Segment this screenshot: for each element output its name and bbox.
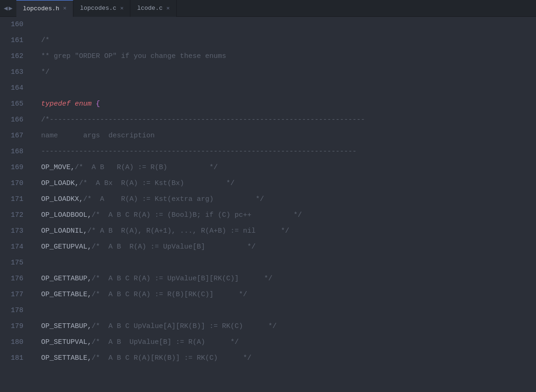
line-number: 177	[0, 287, 33, 303]
code-line: 161 /*	[0, 33, 536, 49]
tab-label-lcode-c: lcode.c	[137, 5, 163, 12]
line-number: 168	[0, 144, 33, 160]
line-content: name args description	[33, 128, 155, 144]
line-number: 181	[0, 350, 33, 366]
line-content: OP_MOVE,/* A B R(A) := R(B) */	[33, 160, 218, 176]
code-line: 177 OP_GETTABLE,/* A B C R(A) := R(B)[RK…	[0, 287, 536, 303]
line-content: OP_LOADK,/* A Bx R(A) := Kst(Bx) */	[33, 176, 235, 192]
tab-lopcodes-h[interactable]: lopcodes.h ✕	[16, 0, 73, 17]
code-line: 167 name args description	[0, 128, 536, 144]
tab-close-lopcodes-h[interactable]: ✕	[63, 6, 66, 11]
line-content: OP_SETUPVAL,/* A B UpValue[B] := R(A) */	[33, 335, 239, 350]
line-number: 170	[0, 176, 33, 192]
line-number: 160	[0, 17, 33, 33]
code-line: 173 OP_LOADNIL,/* A B R(A), R(A+1), ...,…	[0, 223, 536, 239]
tab-lcode-c[interactable]: lcode.c ✕	[130, 0, 177, 17]
code-line: 165 typedef enum {	[0, 96, 536, 112]
code-line: 181 OP_SETTABLE,/* A B C R(A)[RK(B)] := …	[0, 350, 536, 366]
code-line: 179 OP_SETTABUP,/* A B C UpValue[A][RK(B…	[0, 319, 536, 335]
line-number: 171	[0, 192, 33, 207]
code-line: 178	[0, 303, 536, 319]
code-line: 160	[0, 17, 536, 33]
line-content: ----------------------------------------…	[33, 144, 357, 160]
line-number: 163	[0, 64, 33, 80]
line-content: /*--------------------------------------…	[33, 112, 365, 128]
tab-label-lopcodes-h: lopcodes.h	[23, 5, 59, 12]
code-line: 170 OP_LOADK,/* A Bx R(A) := Kst(Bx) */	[0, 176, 536, 192]
line-number: 174	[0, 239, 33, 255]
code-line: 166 /*----------------------------------…	[0, 112, 536, 128]
line-number: 165	[0, 96, 33, 112]
line-content: OP_SETTABLE,/* A B C R(A)[RK(B)] := RK(C…	[33, 350, 251, 366]
code-line: 176 OP_GETTABUP,/* A B C R(A) := UpValue…	[0, 271, 536, 287]
line-content: OP_GETTABUP,/* A B C R(A) := UpValue[B][…	[33, 271, 272, 287]
line-content: OP_GETUPVAL,/* A B R(A) := UpValue[B] */	[33, 239, 256, 255]
line-content: OP_GETTABLE,/* A B C R(A) := R(B)[RK(C)]…	[33, 287, 247, 303]
line-number: 173	[0, 223, 33, 239]
code-line: 163 */	[0, 64, 536, 80]
line-content: OP_LOADKX,/* A R(A) := Kst(extra arg) */	[33, 192, 264, 207]
line-number: 172	[0, 207, 33, 223]
line-number: 162	[0, 49, 33, 64]
code-area: 160 161 /* 162 ** grep "ORDER OP" if you…	[0, 17, 536, 392]
tab-bar: ◀ ▶ lopcodes.h ✕ lopcodes.c ✕ lcode.c ✕	[0, 0, 536, 17]
line-number: 161	[0, 33, 33, 49]
line-number: 179	[0, 319, 33, 335]
nav-arrows[interactable]: ◀ ▶	[0, 4, 16, 12]
line-number: 178	[0, 303, 33, 319]
line-number: 180	[0, 335, 33, 350]
code-line: 172 OP_LOADBOOL,/* A B C R(A) := (Bool)B…	[0, 207, 536, 223]
line-number: 176	[0, 271, 33, 287]
code-line: 169 OP_MOVE,/* A B R(A) := R(B) */	[0, 160, 536, 176]
tab-label-lopcodes-c: lopcodes.c	[80, 5, 116, 12]
code-line: 180 OP_SETUPVAL,/* A B UpValue[B] := R(A…	[0, 335, 536, 350]
code-line: 162 ** grep "ORDER OP" if you change the…	[0, 49, 536, 64]
line-number: 169	[0, 160, 33, 176]
code-line: 174 OP_GETUPVAL,/* A B R(A) := UpValue[B…	[0, 239, 536, 255]
line-content: OP_LOADNIL,/* A B R(A), R(A+1), ..., R(A…	[33, 223, 289, 239]
line-content: /*	[33, 33, 50, 49]
line-content: */	[33, 64, 50, 80]
code-line: 164	[0, 80, 536, 96]
line-number: 164	[0, 80, 33, 96]
line-number: 175	[0, 255, 33, 271]
line-content: OP_LOADBOOL,/* A B C R(A) := (Bool)B; if…	[33, 207, 302, 223]
tab-close-lcode-c[interactable]: ✕	[166, 6, 170, 11]
line-number: 167	[0, 128, 33, 144]
code-line: 175	[0, 255, 536, 271]
line-content: ** grep "ORDER OP" if you change these e…	[33, 49, 226, 64]
code-line: 171 OP_LOADKX,/* A R(A) := Kst(extra arg…	[0, 192, 536, 207]
tab-lopcodes-c[interactable]: lopcodes.c ✕	[73, 0, 130, 17]
line-content: typedef enum {	[33, 96, 100, 112]
line-number: 166	[0, 112, 33, 128]
line-content: OP_SETTABUP,/* A B C UpValue[A][RK(B)] :…	[33, 319, 277, 335]
code-line: 168 ------------------------------------…	[0, 144, 536, 160]
tab-close-lopcodes-c[interactable]: ✕	[120, 6, 123, 11]
